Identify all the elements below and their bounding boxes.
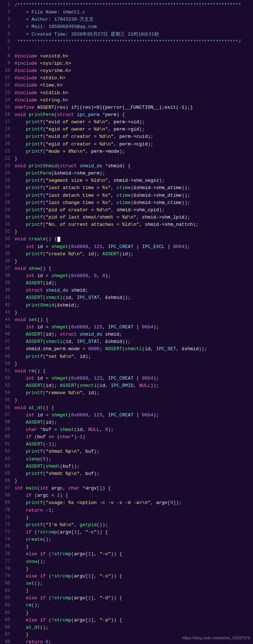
line-number: 41 bbox=[0, 294, 13, 301]
code-line: 56void at_dt() { bbox=[0, 404, 253, 412]
code-line: 76 else if (!strcmp(argv[1], "-v")) { bbox=[0, 551, 253, 558]
line-number: 24 bbox=[0, 170, 13, 177]
line-number: 15 bbox=[0, 104, 13, 111]
line-number: 59 bbox=[0, 426, 13, 433]
line-number: 58 bbox=[0, 419, 13, 426]
line-number: 75 bbox=[0, 543, 13, 551]
line-number: 21 bbox=[0, 148, 13, 155]
code-line: 11#include <stdio.h> bbox=[0, 75, 253, 82]
code-line: 45 int id = shmget(0x8888, 123, IPC_CREA… bbox=[0, 324, 253, 331]
line-content: > Created Time: 2020年05月27日 星期三 21时16分21… bbox=[13, 31, 253, 38]
line-number: 47 bbox=[0, 338, 13, 345]
line-content: > Author: 17043220-万文文 bbox=[13, 16, 253, 23]
code-line: 12#include <time.h> bbox=[0, 82, 253, 89]
line-content: #define ASSERT(res) if((res)<0){perror(_… bbox=[13, 104, 253, 111]
code-line: 42 printShmid(&shmid); bbox=[0, 302, 253, 309]
line-number: 87 bbox=[0, 631, 13, 639]
code-line: 82 else if (!strcmp(argv[1], "-d")) { bbox=[0, 595, 253, 602]
line-content: printf("euid of creator = %d\n", perm->c… bbox=[13, 133, 253, 140]
code-line: 63 sleep(5); bbox=[0, 456, 253, 463]
code-line: 72 printf("I'm %d\n", getpid()); bbox=[0, 521, 253, 529]
line-content: ASSERT(shmdt(buf)); bbox=[13, 463, 253, 470]
code-line: 58 ASSERT(id); bbox=[0, 419, 253, 426]
line-number: 80 bbox=[0, 580, 13, 587]
line-number: 20 bbox=[0, 141, 13, 148]
line-content: printf("last change time = %s", ctime(&s… bbox=[13, 199, 253, 207]
line-content: int id = shmget(0x8888, 123, IPC_CREAT |… bbox=[13, 324, 253, 331]
line-content bbox=[13, 45, 253, 53]
line-number: 50 bbox=[0, 360, 13, 368]
line-number: 34 bbox=[0, 243, 13, 251]
line-number: 4 bbox=[0, 23, 13, 31]
line-number: 51 bbox=[0, 368, 13, 375]
code-line: 35 printf("create %d\n", id); ASSERT(id)… bbox=[0, 251, 253, 258]
code-line: 46 ASSERT(id); struct shmid_ds shmid; bbox=[0, 331, 253, 338]
line-number: 83 bbox=[0, 602, 13, 609]
line-number: 19 bbox=[0, 133, 13, 140]
line-number: 29 bbox=[0, 207, 13, 214]
code-line: 86 at_dt(); bbox=[0, 624, 253, 631]
line-number: 84 bbox=[0, 609, 13, 617]
line-content: else if (!strcmp(argv[1], "-d")) { bbox=[13, 595, 253, 602]
code-line: 6 **************************************… bbox=[0, 38, 253, 45]
line-content: return -1; bbox=[13, 507, 253, 514]
code-line: 23void printShmid(struct shmid_ds *shmid… bbox=[0, 163, 253, 170]
line-number: 74 bbox=[0, 536, 13, 543]
line-content: #include <string.h> bbox=[13, 97, 253, 104]
line-content: if (buf == (char*)-1) bbox=[13, 433, 253, 441]
line-number: 7 bbox=[0, 45, 13, 53]
code-line: 26 printf("last attach time = %s", ctime… bbox=[0, 184, 253, 192]
line-content: #include <unistd.h> bbox=[13, 53, 253, 60]
line-content: printf("egid of creator = %d\n", perm->c… bbox=[13, 141, 253, 148]
line-number: 76 bbox=[0, 551, 13, 558]
line-content: printf("shmat %p\n", buf); bbox=[13, 448, 253, 455]
line-number: 79 bbox=[0, 573, 13, 580]
line-number: 39 bbox=[0, 280, 13, 287]
code-line: 74 create(); bbox=[0, 536, 253, 543]
line-content: printf("I'm %d\n", getpid()); bbox=[13, 521, 253, 529]
line-number: 69 bbox=[0, 499, 13, 507]
code-line: 40 struct shmid_ds shmid; bbox=[0, 287, 253, 294]
line-number: 53 bbox=[0, 382, 13, 389]
code-line: 61 ASSERT(-1); bbox=[0, 441, 253, 448]
code-line: 47 ASSERT(shmctl(id, IPC_STAT, &shmid)); bbox=[0, 338, 253, 345]
line-number: 22 bbox=[0, 155, 13, 163]
code-line: 68 if (argc < 2) { bbox=[0, 492, 253, 499]
line-content: #include <time.h> bbox=[13, 82, 253, 89]
line-number: 32 bbox=[0, 228, 13, 236]
code-line: 73 if (!strcmp(argv[1], "-c")) { bbox=[0, 529, 253, 536]
line-content: } bbox=[13, 397, 253, 404]
code-line: 14#include <string.h> bbox=[0, 97, 253, 104]
line-content: printf("last attach time = %s", ctime(&s… bbox=[13, 184, 253, 192]
code-line: 75 } bbox=[0, 543, 253, 551]
line-number: 65 bbox=[0, 470, 13, 477]
line-number: 46 bbox=[0, 331, 13, 338]
code-line: 3 > Author: 17043220-万文文 bbox=[0, 16, 253, 23]
line-content: printf("mode = 0%o\n", perm->mode); bbox=[13, 148, 253, 155]
line-content: else if (!strcmp(argv[1], "-a")) { bbox=[13, 617, 253, 624]
code-line: 49 printf("set %d\n", id); bbox=[0, 353, 253, 360]
code-line: 71 } bbox=[0, 514, 253, 521]
line-content: printf("set %d\n", id); bbox=[13, 353, 253, 360]
code-line: 27 printf("last detach time = %s", ctime… bbox=[0, 192, 253, 199]
line-content: if (!strcmp(argv[1], "-c")) { bbox=[13, 529, 253, 536]
code-line: 20 printf("egid of creator = %d\n", perm… bbox=[0, 141, 253, 148]
line-number: 37 bbox=[0, 265, 13, 272]
code-line: 19 printf("euid of creator = %d\n", perm… bbox=[0, 133, 253, 140]
line-content: ASSERT(id); bbox=[13, 280, 253, 287]
line-content: } bbox=[13, 477, 253, 485]
line-number: 63 bbox=[0, 456, 13, 463]
line-content: struct shmid_ds shmid; bbox=[13, 287, 253, 294]
line-content: int id = shmget(0x8888, 123, IPC_CREAT |… bbox=[13, 375, 253, 382]
line-number: 11 bbox=[0, 75, 13, 82]
line-content: } bbox=[13, 155, 253, 163]
code-line: 70 return -1; bbox=[0, 507, 253, 514]
line-content: } bbox=[13, 309, 253, 316]
watermark-text: https://blog.csdn.net/weixin_43187576 bbox=[182, 635, 250, 641]
code-line: 38 int id = shmget(0x8888, 0, 0); bbox=[0, 272, 253, 280]
code-line: 41 ASSERT(shmctl(id, IPC_STAT, &shmid)); bbox=[0, 294, 253, 301]
line-number: 62 bbox=[0, 448, 13, 455]
code-line: 16void printPerm(struct ipc_perm *perm) … bbox=[0, 111, 253, 119]
line-content: int main(int argc, char *argv[]) { bbox=[13, 485, 253, 492]
line-number: 27 bbox=[0, 192, 13, 199]
